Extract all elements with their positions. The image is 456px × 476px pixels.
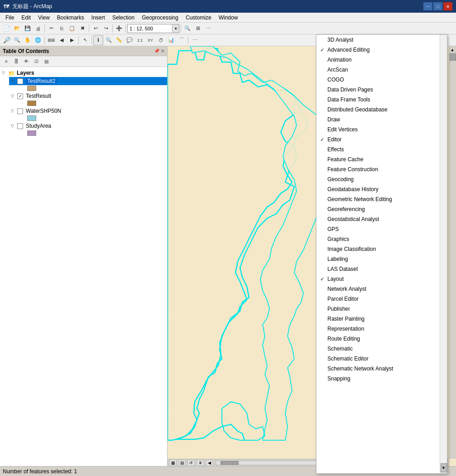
new-btn[interactable]: 📄 xyxy=(2,24,12,34)
dropdown-item-snapping[interactable]: Snapping xyxy=(317,374,447,384)
vscroll-up-btn[interactable]: ▲ xyxy=(449,46,456,53)
dropdown-item-geometric-network-editing[interactable]: Geometric Network Editing xyxy=(317,194,447,204)
dropdown-item-data-driven-pages[interactable]: Data Driven Pages xyxy=(317,85,447,95)
coord-btn[interactable]: XY xyxy=(145,35,155,45)
identify-btn[interactable]: ℹ xyxy=(93,35,103,45)
find-btn[interactable]: 🔍 xyxy=(104,35,114,45)
redo-btn[interactable]: ↪ xyxy=(101,24,111,34)
dropdown-item-raster-painting[interactable]: Raster Painting xyxy=(317,314,447,324)
studyarea-expand-icon[interactable]: ▽ xyxy=(11,124,17,128)
nav-btn-pause[interactable]: ⏸ xyxy=(197,460,204,466)
menu-insert[interactable]: Insert xyxy=(88,14,109,22)
globe-btn[interactable]: 🌐 xyxy=(33,35,43,45)
dropdown-item-geodatabase-history[interactable]: Geodatabase History xyxy=(317,184,447,194)
dropdown-item-parcel-editor[interactable]: Parcel Editor xyxy=(317,294,447,304)
map-area[interactable]: ▲ ▦ ▤ ↺ ⏸ ◀ 3D Analyst✓Advanced EditingA… xyxy=(168,46,456,466)
menu-bookmarks[interactable]: Bookmarks xyxy=(53,14,88,22)
layer-btn[interactable]: 📊 xyxy=(166,35,176,45)
menu-view[interactable]: View xyxy=(34,14,53,22)
dropdown-scrollbar[interactable]: ▼ xyxy=(440,46,447,466)
toc-item-testresult2[interactable]: ▽ ✓ TestResult2 xyxy=(9,77,167,85)
zoom-tools-btn[interactable]: 🔍 xyxy=(182,24,192,34)
watershp50n-expand-icon[interactable]: ▽ xyxy=(11,109,17,113)
dropdown-item-schematic-network-analyst[interactable]: Schematic Network Analyst xyxy=(317,364,447,374)
dropdown-item-gps[interactable]: GPS xyxy=(317,224,447,234)
dropdown-item-advanced-editing[interactable]: ✓Advanced Editing xyxy=(317,46,447,55)
dropdown-item-feature-cache[interactable]: Feature Cache xyxy=(317,154,447,164)
print-btn[interactable]: 🖨 xyxy=(33,24,43,34)
testresult-expand-icon[interactable]: ▽ xyxy=(11,94,17,98)
copy-btn[interactable]: ⎘ xyxy=(57,24,67,34)
toc-item-watershp50n[interactable]: ▽ WaterSHP50N xyxy=(9,107,167,115)
html-popup-btn[interactable]: 💬 xyxy=(125,35,134,45)
delete-btn[interactable]: ✖ xyxy=(77,24,87,34)
dropdown-item-distributed-geodatabase[interactable]: Distributed Geodatabase xyxy=(317,105,447,115)
map-tools-btn[interactable]: ⊞ xyxy=(193,24,203,34)
dropdown-item-schematic[interactable]: Schematic xyxy=(317,344,447,354)
time-slider-btn[interactable]: ⏱ xyxy=(156,35,166,45)
zoom-fixed-btn[interactable]: 1:1 xyxy=(135,35,145,45)
dropdown-item-edit-vertices[interactable]: Edit Vertices xyxy=(317,125,447,135)
dropdown-item-editor[interactable]: ✓Editor xyxy=(317,135,447,144)
pan-btn[interactable]: ✋ xyxy=(23,35,33,45)
more-btn2[interactable]: ⋯ xyxy=(190,35,200,45)
zoom-out-btn[interactable]: 🔍 xyxy=(12,35,22,45)
close-button[interactable]: ✕ xyxy=(443,2,452,10)
toc-layers-group[interactable]: ▽ 📁 Layers xyxy=(0,69,167,77)
scale-input[interactable]: 1 : 12, 500 xyxy=(127,24,173,33)
toc-item-studyarea[interactable]: ▽ StudyArea xyxy=(9,122,167,130)
undo-btn[interactable]: ↩ xyxy=(91,24,101,34)
testresult2-expand-icon[interactable]: ▽ xyxy=(11,79,17,83)
dropdown-item-arcscan[interactable]: ArcScan xyxy=(317,65,447,75)
toc-item-testresult[interactable]: ▽ ✓ TestResult xyxy=(9,92,167,100)
nav-btn-refresh[interactable]: ↺ xyxy=(187,460,195,466)
scale-dropdown[interactable]: ▾ xyxy=(173,24,179,33)
open-btn[interactable]: 📂 xyxy=(12,24,22,34)
dropdown-item-georeferencing[interactable]: Georeferencing xyxy=(317,204,447,214)
paste-btn[interactable]: 📋 xyxy=(67,24,77,34)
nav-btn-layout[interactable]: ▦ xyxy=(169,460,177,466)
nav-btn-data[interactable]: ▤ xyxy=(178,460,186,466)
save-btn[interactable]: 💾 xyxy=(23,24,33,34)
map-scrollbar-right[interactable]: ▲ xyxy=(449,46,456,459)
studyarea-checkbox[interactable] xyxy=(17,123,23,129)
dropdown-item-las-dataset[interactable]: LAS Dataset xyxy=(317,264,447,274)
dropdown-item-labeling[interactable]: Labeling xyxy=(317,254,447,264)
dropdown-item-representation[interactable]: Representation xyxy=(317,324,447,334)
dropdown-item-feature-construction[interactable]: Feature Construction xyxy=(317,164,447,174)
dropdown-item-publisher[interactable]: Publisher xyxy=(317,304,447,314)
toc-close-btn[interactable]: ✕ xyxy=(161,48,164,53)
menu-customize[interactable]: Customize xyxy=(182,14,215,22)
zoom-in-btn[interactable]: 🔎 xyxy=(2,35,12,45)
dropdown-item-effects[interactable]: Effects xyxy=(317,144,447,154)
testresult-checkbox[interactable]: ✓ xyxy=(17,93,23,99)
next-extent-btn[interactable]: ▶ xyxy=(67,35,77,45)
dropdown-item-layout[interactable]: ✓Layout xyxy=(317,274,447,284)
toc-list-by-visibility[interactable]: 👁 xyxy=(22,58,31,66)
toc-options-btn[interactable]: ▤ xyxy=(42,58,51,66)
maximize-button[interactable]: □ xyxy=(433,2,442,10)
menu-geoprocessing[interactable]: Geoprocessing xyxy=(138,14,182,22)
dropdown-item-network-analyst[interactable]: Network Analyst xyxy=(317,284,447,294)
watershp50n-checkbox[interactable] xyxy=(17,108,23,114)
dropdown-item-image-classification[interactable]: Image Classification xyxy=(317,244,447,254)
dropdown-item-geostatistical-analyst[interactable]: Geostatistical Analyst xyxy=(317,214,447,224)
testresult2-checkbox[interactable]: ✓ xyxy=(17,78,23,84)
dropdown-item-graphics[interactable]: Graphics xyxy=(317,234,447,244)
dropdown-item-schematic-editor[interactable]: Schematic Editor xyxy=(317,354,447,364)
cut-btn[interactable]: ✂ xyxy=(46,24,56,34)
select-btn[interactable]: ↖ xyxy=(80,35,90,45)
full-extent-btn[interactable]: ⊞⊞ xyxy=(46,35,56,45)
toc-list-by-drawing-order[interactable]: ≡ xyxy=(2,58,11,66)
toc-list-by-selection[interactable]: ☑ xyxy=(32,58,41,66)
menu-window[interactable]: Window xyxy=(215,14,242,22)
dropdown-item-cogo[interactable]: COGO xyxy=(317,75,447,85)
dropdown-item-geocoding[interactable]: Geocoding xyxy=(317,174,447,184)
measure-btn[interactable]: 📏 xyxy=(114,35,124,45)
toc-list-by-source[interactable]: 🗄 xyxy=(12,58,21,66)
minimize-button[interactable]: ─ xyxy=(423,2,432,10)
prev-extent-btn[interactable]: ◀ xyxy=(57,35,67,45)
dropdown-item-animation[interactable]: Animation xyxy=(317,55,447,65)
toc-pin-btn[interactable]: 📌 xyxy=(154,48,159,53)
menu-file[interactable]: File xyxy=(2,14,18,22)
